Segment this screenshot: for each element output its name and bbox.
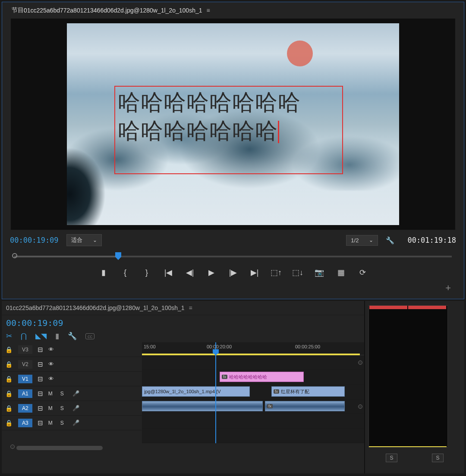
peak-indicators bbox=[369, 306, 447, 309]
track-label-v2[interactable]: V2 bbox=[18, 360, 32, 369]
lock-icon[interactable]: 🔒 bbox=[5, 390, 13, 397]
scrub-start-circle[interactable] bbox=[12, 253, 17, 258]
lock-icon[interactable]: 🔒 bbox=[5, 361, 13, 368]
out-point-icon[interactable]: } bbox=[142, 268, 152, 277]
eye-icon[interactable]: 👁 bbox=[48, 346, 54, 353]
solo-button[interactable]: S bbox=[60, 405, 67, 411]
sequence-name[interactable]: 01cc225a6bd772a801213466d06d2d.jpg@1280w… bbox=[6, 304, 185, 311]
sync-lock-icon[interactable]: ⊟ bbox=[38, 390, 43, 398]
sync-lock-icon[interactable]: ⊟ bbox=[38, 419, 43, 427]
panel-menu-icon[interactable] bbox=[207, 7, 210, 14]
solo-button[interactable]: S bbox=[60, 391, 67, 397]
in-point-icon[interactable]: { bbox=[120, 268, 130, 277]
solo-button-l[interactable]: S bbox=[386, 454, 397, 462]
timeline-tools: ✂ ⋂ ◣◥ ▮ 🔧 cc bbox=[2, 330, 364, 342]
clip-track-v3 bbox=[142, 355, 364, 370]
play-icon[interactable]: ▶ bbox=[206, 268, 217, 277]
sync-lock-icon[interactable]: ⊟ bbox=[38, 360, 43, 368]
lock-icon[interactable]: 🔒 bbox=[5, 420, 13, 426]
timeline-header: 01cc225a6bd772a801213466d06d2d.jpg@1280w… bbox=[2, 301, 364, 315]
step-forward-icon[interactable]: |▶ bbox=[228, 268, 238, 277]
clip-track-v2: fx 哈哈哈哈哈哈哈哈 bbox=[142, 370, 364, 385]
audio-meter[interactable] bbox=[368, 305, 448, 448]
text-overlay-box[interactable]: 哈哈哈哈哈哈哈哈 哈哈哈哈哈哈哈 bbox=[114, 86, 343, 174]
track-label-v1[interactable]: V1 bbox=[18, 375, 32, 383]
text-clip[interactable]: fx 哈哈哈哈哈哈哈哈 bbox=[220, 372, 304, 382]
zoom-fit-select[interactable]: 适合 bbox=[66, 234, 102, 246]
timeline-timecode[interactable]: 00:00:19:09 bbox=[2, 315, 364, 330]
lift-icon[interactable]: ⬚↑ bbox=[271, 268, 281, 277]
timeline-panel: 01cc225a6bd772a801213466d06d2d.jpg@1280w… bbox=[2, 301, 365, 473]
playhead[interactable] bbox=[215, 342, 216, 443]
transition-clip[interactable]: 交叉 bbox=[249, 387, 250, 397]
comparison-icon[interactable]: ▦ bbox=[336, 268, 346, 277]
timeline-clips-area[interactable]: 15:00 00:00:20:00 00:00:25:00 fx 哈哈哈哈哈哈哈… bbox=[142, 342, 364, 443]
overlay-text-line2[interactable]: 哈哈哈哈哈哈哈 bbox=[118, 117, 340, 145]
timecode-current[interactable]: 00:00:19:09 bbox=[10, 236, 59, 244]
step-back-icon[interactable]: ◀| bbox=[185, 268, 195, 277]
marker-icon[interactable]: ▮ bbox=[98, 268, 109, 277]
video-clip-1[interactable]: jpg@1280w_1l_2o_100sh_1.mp4 [V 交叉 bbox=[142, 386, 250, 397]
eye-icon[interactable]: 👁 bbox=[48, 361, 54, 367]
sync-lock-icon[interactable]: ⊟ bbox=[38, 404, 43, 412]
track-headers: 🔒 V3 ⊟ 👁 🔒 V2 ⊟ 👁 🔒 V1 ⊟ 👁 bbox=[2, 342, 142, 443]
timeline-menu-icon[interactable] bbox=[185, 304, 192, 311]
track-label-v3[interactable]: V3 bbox=[18, 345, 32, 354]
snap-icon[interactable]: ⋂ bbox=[21, 332, 27, 341]
scrub-playhead[interactable] bbox=[115, 252, 121, 260]
voiceover-icon[interactable]: 🎤 bbox=[72, 420, 79, 426]
voiceover-icon[interactable]: 🎤 bbox=[72, 405, 79, 411]
add-button-icon[interactable]: + bbox=[445, 282, 451, 294]
scroll-dot[interactable] bbox=[358, 360, 362, 365]
video-clip-2-label: 红星杯有了配 bbox=[281, 388, 309, 395]
video-clip-2[interactable]: fx 红星杯有了配 bbox=[271, 386, 345, 397]
audio-clip-1[interactable] bbox=[142, 401, 263, 411]
scrub-fill bbox=[14, 256, 118, 257]
overlay-text-line1[interactable]: 哈哈哈哈哈哈哈哈 bbox=[118, 88, 340, 117]
mute-button[interactable]: M bbox=[48, 405, 55, 411]
mute-button[interactable]: M bbox=[48, 420, 55, 426]
solo-button-r[interactable]: S bbox=[432, 454, 443, 462]
extract-icon[interactable]: ⬚↓ bbox=[293, 268, 303, 277]
go-to-out-icon[interactable]: ▶| bbox=[249, 268, 260, 277]
solo-row: S S bbox=[368, 448, 461, 462]
linked-selection-icon[interactable]: ◣◥ bbox=[35, 332, 47, 341]
captions-icon[interactable]: cc bbox=[85, 333, 94, 339]
resolution-select[interactable]: 1/2 bbox=[346, 235, 378, 246]
program-panel-header: 节目: 01cc225a6bd772a801213466d06d2d.jpg@1… bbox=[2, 2, 464, 19]
mute-button[interactable]: M bbox=[48, 391, 55, 397]
sync-lock-icon[interactable]: ⊟ bbox=[38, 375, 43, 383]
bottom-area: 01cc225a6bd772a801213466d06d2d.jpg@1280w… bbox=[2, 301, 464, 473]
track-label-a3[interactable]: A3 bbox=[18, 419, 32, 427]
export-frame-icon[interactable]: 📷 bbox=[314, 268, 324, 277]
scroll-dot[interactable] bbox=[10, 445, 15, 449]
scroll-dot[interactable] bbox=[358, 404, 362, 409]
lock-icon[interactable]: 🔒 bbox=[5, 376, 13, 382]
scrub-bar[interactable] bbox=[14, 252, 452, 261]
track-v2: 🔒 V2 ⊟ 👁 bbox=[2, 357, 142, 372]
track-a1: 🔒 A1 ⊟ M S 🎤 bbox=[2, 386, 142, 401]
sync-lock-icon[interactable]: ⊟ bbox=[38, 346, 43, 354]
time-ruler[interactable]: 15:00 00:00:20:00 00:00:25:00 bbox=[142, 342, 364, 355]
text-clip-label: 哈哈哈哈哈哈哈哈 bbox=[229, 374, 267, 380]
go-to-in-icon[interactable]: |◀ bbox=[163, 268, 173, 277]
lock-icon[interactable]: 🔒 bbox=[5, 405, 13, 412]
video-preview[interactable]: 哈哈哈哈哈哈哈哈 哈哈哈哈哈哈哈 bbox=[11, 19, 455, 230]
ruler-tick: 00:00:25:00 bbox=[295, 344, 320, 349]
clip-track-a2 bbox=[142, 414, 364, 429]
eye-icon[interactable]: 👁 bbox=[48, 376, 54, 382]
loop-icon[interactable]: ⟳ bbox=[357, 268, 368, 277]
track-label-a2[interactable]: A2 bbox=[18, 404, 32, 413]
marker-tool-icon[interactable]: ▮ bbox=[55, 332, 59, 341]
track-label-a1[interactable]: A1 bbox=[18, 389, 32, 398]
solo-button[interactable]: S bbox=[60, 420, 67, 426]
nest-icon[interactable]: ✂ bbox=[6, 332, 12, 341]
audio-clip-2[interactable]: fx bbox=[265, 401, 345, 411]
settings-wrench-icon[interactable]: 🔧 bbox=[386, 236, 394, 244]
program-controls-row: 00:00:19:09 适合 1/2 🔧 00:01:19:18 bbox=[2, 230, 464, 251]
clip-track-v1: jpg@1280w_1l_2o_100sh_1.mp4 [V 交叉 fx 红星杯… bbox=[142, 385, 364, 399]
voiceover-icon[interactable]: 🎤 bbox=[72, 390, 79, 397]
h-scrollbar[interactable] bbox=[16, 446, 103, 450]
lock-icon[interactable]: 🔒 bbox=[5, 346, 13, 353]
settings-icon[interactable]: 🔧 bbox=[68, 332, 77, 341]
